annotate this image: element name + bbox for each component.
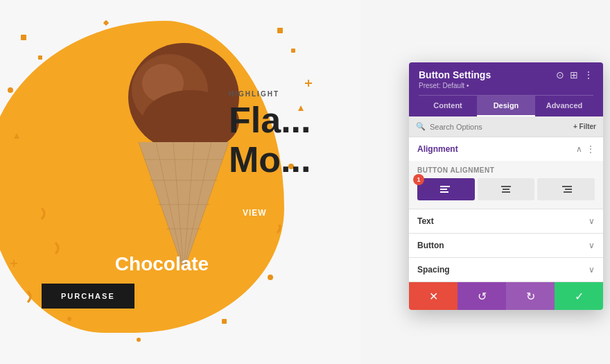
spacing-section[interactable]: Spacing ∨ — [409, 257, 603, 281]
spacing-section-title: Spacing — [417, 265, 450, 275]
svg-rect-34 — [440, 191, 448, 193]
align-right-icon — [561, 184, 572, 194]
more-icon[interactable]: ⋮ — [584, 69, 593, 80]
alignment-section: Alignment ∧ ⋮ Button Alignment 1 — [409, 137, 603, 209]
redo-button[interactable]: ↻ — [506, 282, 555, 310]
alignment-section-header[interactable]: Alignment ∧ ⋮ — [409, 137, 603, 161]
svg-rect-1 — [38, 55, 42, 60]
align-center-button[interactable] — [478, 178, 535, 200]
svg-rect-37 — [502, 191, 510, 193]
svg-rect-39 — [565, 189, 572, 190]
panel-icons: ⊙ ⊞ ⋮ — [556, 69, 593, 80]
panel-preset: Preset: Default • — [419, 82, 593, 89]
svg-point-10 — [137, 338, 141, 342]
settings-panel: Button Settings ⊙ ⊞ ⋮ Preset: Default • … — [409, 62, 603, 310]
panel-title: Button Settings — [419, 69, 491, 80]
svg-point-8 — [268, 275, 273, 280]
highlight-label: HIGHLIGHT — [229, 90, 311, 98]
button-section[interactable]: Button ∨ — [409, 233, 603, 257]
action-bar: ✕ ↺ ↻ ✓ — [409, 281, 603, 310]
svg-rect-38 — [562, 186, 572, 187]
button-chevron-icon: ∨ — [589, 241, 595, 250]
alignment-content: Button Alignment 1 — [409, 161, 603, 209]
main-title: Fla... Mo... — [229, 101, 311, 180]
section-icons: ∧ ⋮ — [576, 144, 595, 154]
settings-icon[interactable]: ⊙ — [556, 69, 564, 80]
chevron-up-icon: ∧ — [576, 144, 582, 154]
text-chevron-icon: ∨ — [589, 216, 595, 226]
product-name: Orange Chocolate — [42, 253, 209, 275]
product-name-white: Chocolate — [115, 253, 209, 275]
tab-design[interactable]: Design — [477, 96, 535, 116]
bottom-info: JULY Orange Chocolate PURCHASE — [42, 244, 209, 309]
undo-button[interactable]: ↺ — [458, 282, 506, 310]
align-left-icon — [440, 184, 451, 194]
panel-header: Button Settings ⊙ ⊞ ⋮ Preset: Default • … — [409, 62, 603, 116]
align-center-icon — [500, 184, 512, 194]
panel-body: 🔍 + Filter Alignment ∧ ⋮ Button Alignmen… — [409, 116, 603, 310]
alignment-field-label: Button Alignment — [417, 166, 595, 174]
svg-rect-11 — [222, 319, 227, 324]
product-name-orange: Orange — [42, 253, 110, 275]
svg-rect-36 — [503, 189, 509, 190]
month-label: JULY — [42, 244, 209, 252]
cancel-button[interactable]: ✕ — [409, 282, 458, 310]
svg-rect-0 — [21, 35, 26, 40]
svg-rect-3 — [291, 49, 295, 53]
svg-rect-32 — [440, 186, 450, 187]
align-right-button[interactable] — [537, 178, 595, 200]
button-section-title: Button — [417, 241, 444, 250]
svg-rect-35 — [501, 186, 511, 187]
section-more-icon[interactable]: ⋮ — [586, 144, 595, 154]
text-section-title: Text — [417, 216, 434, 226]
search-row: 🔍 + Filter — [409, 116, 603, 137]
spacing-chevron-icon: ∨ — [589, 265, 595, 275]
panel-tabs: Content Design Advanced — [419, 95, 593, 116]
alignment-badge: 1 — [413, 174, 424, 185]
svg-point-6 — [8, 87, 13, 93]
svg-rect-40 — [564, 191, 572, 193]
tab-advanced[interactable]: Advanced — [535, 96, 593, 116]
tab-content[interactable]: Content — [419, 96, 477, 116]
content-area: HIGHLIGHT Fla... Mo... — [229, 90, 311, 180]
view-button[interactable]: VIEW — [229, 201, 281, 225]
alignment-options: 1 — [417, 178, 595, 200]
search-input[interactable] — [430, 123, 569, 131]
alignment-title: Alignment — [417, 144, 458, 154]
panel-title-row: Button Settings ⊙ ⊞ ⋮ — [419, 69, 593, 80]
purchase-button[interactable]: PURCHASE — [42, 284, 134, 309]
filter-button[interactable]: + Filter — [573, 123, 596, 130]
text-section[interactable]: Text ∨ — [409, 209, 603, 233]
background-panel: HIGHLIGHT Fla... Mo... VIEW JULY Orange … — [0, 0, 360, 364]
align-left-button[interactable] — [417, 178, 475, 200]
save-button[interactable]: ✓ — [555, 282, 603, 310]
svg-rect-33 — [440, 189, 447, 190]
expand-icon[interactable]: ⊞ — [570, 69, 578, 80]
search-icon: 🔍 — [416, 122, 426, 131]
